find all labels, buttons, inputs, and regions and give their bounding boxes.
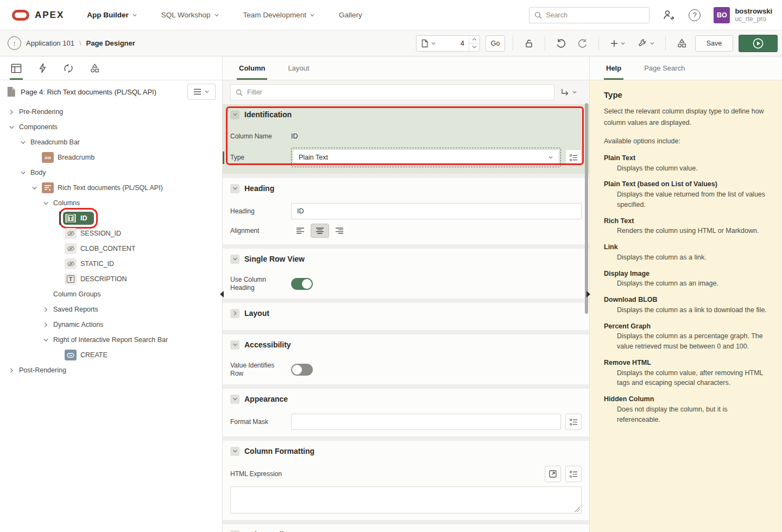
html-expression-textarea[interactable] [230, 486, 582, 514]
align-left-button[interactable] [291, 224, 310, 238]
tree-expand-icon[interactable] [5, 124, 17, 130]
page-number-input[interactable] [440, 36, 469, 51]
menu-gallery[interactable]: Gallery [327, 0, 374, 30]
tree-item[interactable]: TDESCRIPTION [0, 271, 222, 287]
menu-team-development[interactable]: Team Development [231, 0, 327, 30]
tree-item[interactable]: Pre-Rendering [0, 104, 222, 119]
value-identifies-row-label: Value Identifies Row [230, 362, 285, 378]
section-column-formatting-header[interactable]: Column Formatting [230, 441, 582, 461]
tab-page-shared-components-icon[interactable] [81, 56, 108, 80]
brand[interactable]: APEX [0, 10, 75, 21]
code-editor-button[interactable] [545, 466, 561, 482]
user-menu[interactable]: BO bostrowski uc_rte_pro [714, 7, 772, 23]
tree-expand-icon[interactable] [17, 140, 29, 145]
align-right-button[interactable] [330, 224, 349, 238]
tab-help[interactable]: Help [604, 56, 623, 80]
chevron-down-icon [649, 41, 655, 46]
up-to-app-icon[interactable]: ↑ [8, 36, 21, 50]
undo-icon[interactable] [553, 35, 569, 52]
report-region-icon [42, 182, 54, 193]
go-button[interactable]: Go [485, 35, 505, 52]
shared-components-icon[interactable] [673, 35, 690, 52]
tree-item[interactable]: Components [0, 119, 222, 135]
type-select[interactable]: Plain Text [293, 149, 559, 166]
collapse-right-splitter[interactable] [586, 291, 590, 297]
step-down-icon[interactable] [469, 43, 480, 51]
tree-item[interactable]: Breadcrumb Bar [0, 135, 222, 150]
tree-item[interactable]: Columns [0, 195, 222, 211]
create-menu-button[interactable] [607, 35, 629, 52]
tab-page-search[interactable]: Page Search [642, 56, 687, 80]
tree-item[interactable]: Post-Rendering [0, 363, 222, 378]
property-filter [230, 84, 554, 100]
tree-item-label: ID [80, 214, 87, 222]
value-identifies-row-toggle[interactable] [291, 364, 313, 376]
heading-input[interactable]: ID [291, 203, 582, 219]
align-center-button[interactable] [311, 224, 329, 238]
tree-expand-icon[interactable] [5, 109, 17, 115]
tree-expand-icon[interactable] [40, 307, 52, 313]
tree-expand-icon[interactable] [17, 170, 29, 176]
help-icon[interactable]: ? [688, 8, 702, 22]
vertical-scrollbar[interactable] [585, 103, 588, 314]
utilities-menu-button[interactable] [635, 35, 658, 52]
section-single-row-view-header[interactable]: Single Row View [230, 249, 582, 269]
tab-processing-icon[interactable] [55, 56, 81, 80]
section-heading-header[interactable]: Heading [230, 178, 582, 199]
section-column-filter-header[interactable]: Column Filter [230, 524, 582, 532]
page-icon [7, 86, 16, 97]
tree-item[interactable]: CREATE [0, 347, 222, 363]
tree-item[interactable]: Rich Text documents (PL/SQL API) [0, 180, 222, 195]
resize-handle[interactable] [575, 506, 580, 512]
collapse-icon [230, 530, 239, 532]
page-picker-button[interactable] [417, 36, 440, 51]
tree-expand-icon[interactable] [40, 200, 52, 206]
tree-item[interactable]: CLOB_CONTENT [0, 241, 222, 256]
menu-sql-workshop[interactable]: SQL Workshop [149, 0, 231, 30]
run-page-button[interactable] [739, 35, 778, 52]
property-editor-tabs: Column Layout [223, 56, 589, 80]
tree-item[interactable]: SESSION_ID [0, 226, 222, 241]
help-option: Display Image Displays the column as an … [604, 269, 770, 289]
breadcrumb-application[interactable]: Application 101 [26, 39, 74, 47]
filter-input[interactable] [247, 88, 549, 96]
tree-item[interactable]: Right of Interactive Report Search Bar [0, 332, 222, 347]
tree-expand-icon[interactable] [40, 337, 52, 343]
redo-icon[interactable] [575, 35, 591, 52]
tree-expand-icon[interactable] [5, 368, 17, 373]
save-button[interactable]: Save [695, 35, 733, 52]
help-option-term: Display Image [604, 269, 770, 279]
format-mask-quickpick-button[interactable] [565, 414, 582, 430]
type-quickpick-button[interactable] [565, 149, 582, 166]
tab-rendering-icon[interactable] [3, 56, 29, 80]
use-column-heading-toggle[interactable] [291, 278, 313, 290]
tree-item[interactable]: »»Breadcrumb [0, 150, 222, 165]
go-to-group-button[interactable] [560, 88, 582, 97]
menu-app-builder[interactable]: App Builder [75, 0, 149, 30]
format-mask-input[interactable] [291, 414, 561, 430]
lock-icon[interactable] [521, 35, 537, 52]
avatar: BO [714, 7, 730, 23]
tab-column[interactable]: Column [237, 56, 267, 80]
html-expression-quickpick-button[interactable] [565, 466, 582, 482]
section-appearance-header[interactable]: Appearance [230, 389, 582, 409]
tree-item[interactable]: Saved Reports [0, 302, 222, 317]
collapse-left-splitter[interactable] [220, 291, 224, 297]
step-up-icon[interactable] [469, 36, 480, 43]
search-input[interactable] [546, 11, 638, 19]
tree-item[interactable]: TID [0, 211, 222, 226]
tree-item[interactable]: STATIC_ID [0, 256, 222, 271]
section-identification-header[interactable]: Identification [230, 104, 582, 125]
help-title: Type [604, 90, 770, 99]
administration-icon[interactable] [661, 8, 676, 22]
section-accessibility-header[interactable]: Accessibility [230, 334, 582, 355]
section-layout-header[interactable]: Layout [230, 303, 582, 324]
tree-item[interactable]: Column Groups [0, 287, 222, 302]
tree-expand-icon[interactable] [40, 322, 52, 328]
tab-layout[interactable]: Layout [286, 56, 311, 80]
tree-item[interactable]: Dynamic Actions [0, 317, 222, 332]
tab-dynamic-actions-icon[interactable] [29, 56, 55, 80]
tree-item[interactable]: Body [0, 165, 222, 180]
tree-menu-button[interactable] [187, 84, 216, 100]
tree-expand-icon[interactable] [28, 185, 40, 191]
